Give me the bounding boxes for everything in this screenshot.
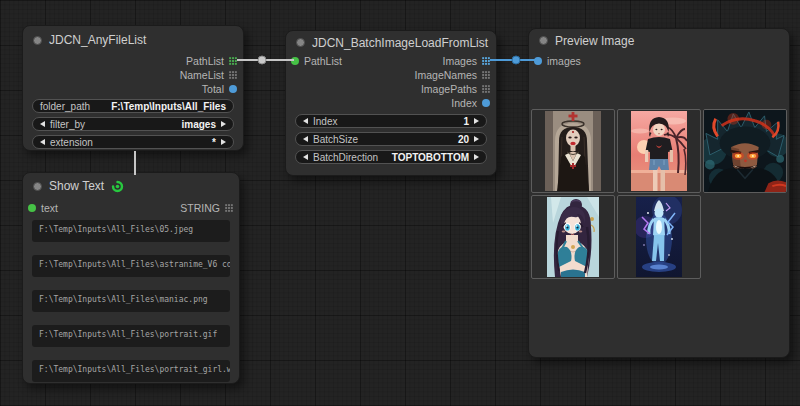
node-show-text[interactable]: Show Text text STRING F:\Temp\Inputs\All…	[22, 172, 240, 384]
preview-image-sunset-girl	[631, 111, 687, 191]
filter-by-combo[interactable]: filter_by images	[32, 117, 234, 131]
pathlist-input-port[interactable]	[291, 57, 299, 65]
output-label-pathlist: PathList	[186, 55, 224, 67]
node-title: Show Text	[49, 179, 104, 193]
input-label-images: images	[547, 55, 581, 67]
combo-left-arrow-icon[interactable]	[303, 118, 308, 124]
preview-image-gothic-portrait	[545, 111, 601, 191]
image-output-port-icon[interactable]	[482, 57, 490, 65]
node-header[interactable]: Preview Image	[529, 29, 789, 52]
node-any-file-list[interactable]: JDCN_AnyFileList PathList NameList Total…	[22, 25, 244, 151]
images-input-port[interactable]	[534, 57, 542, 65]
folder-path-widget[interactable]: folder_path F:\Temp\Inputs\All_Files	[32, 99, 234, 113]
widget-value: 20	[458, 134, 469, 145]
text-input-port[interactable]	[28, 204, 36, 212]
combo-left-arrow-icon[interactable]	[40, 121, 45, 127]
text-output-row[interactable]: F:\Temp\Inputs\All_Files\05.jpeg	[32, 220, 230, 242]
list-output-port-icon[interactable]	[229, 71, 237, 79]
collapse-dot-icon[interactable]	[539, 36, 548, 45]
string-output-port-icon[interactable]	[225, 204, 233, 212]
text-output-row[interactable]: F:\Temp\Inputs\All_Files\maniac.png	[32, 290, 230, 312]
text-output-row[interactable]: F:\Temp\Inputs\All_Files\astranime_V6 co…	[32, 255, 230, 277]
output-label-string: STRING	[180, 202, 220, 214]
node-editor-canvas[interactable]: JDCN_AnyFileList PathList NameList Total…	[0, 0, 800, 406]
preview-image-grid	[531, 109, 787, 279]
preview-image-electric-figure	[636, 197, 682, 277]
widget-label: filter_by	[50, 119, 85, 130]
batchdirection-combo[interactable]: BatchDirection TOPTOBOTTOM	[295, 150, 487, 164]
combo-right-arrow-icon[interactable]	[221, 121, 226, 127]
batchsize-combo[interactable]: BatchSize 20	[295, 132, 487, 146]
preview-cell	[703, 109, 787, 193]
input-label-text: text	[41, 202, 58, 214]
widget-label: extension	[50, 137, 93, 148]
list-output-port-icon[interactable]	[229, 57, 237, 65]
pysssss-badge-icon	[111, 180, 124, 193]
output-label-imagenames: ImageNames	[415, 69, 477, 81]
preview-cell	[617, 109, 701, 193]
extension-combo[interactable]: extension *	[32, 135, 234, 149]
output-label-images: Images	[443, 55, 477, 67]
widget-label: folder_path	[40, 101, 90, 112]
output-label-namelist: NameList	[180, 69, 224, 81]
widget-value: TOPTOBOTTOM	[392, 152, 469, 163]
list-output-port-icon[interactable]	[482, 85, 490, 93]
preview-image-demon	[704, 110, 786, 192]
output-label-index: Index	[451, 97, 477, 109]
combo-right-arrow-icon[interactable]	[474, 136, 479, 142]
widget-value: images	[182, 119, 216, 130]
output-label-total: Total	[202, 83, 224, 95]
combo-right-arrow-icon[interactable]	[474, 154, 479, 160]
node-title: Preview Image	[555, 34, 634, 48]
widget-value: F:\Temp\Inputs\All_Files	[111, 101, 226, 112]
preview-cell	[531, 109, 615, 193]
text-output-row[interactable]: F:\Temp\Inputs\All_Files\portrait_girl.w…	[32, 360, 230, 382]
preview-cell	[531, 195, 615, 279]
combo-left-arrow-icon[interactable]	[40, 139, 45, 145]
widget-label: Index	[313, 116, 337, 127]
preview-image-portrait-girl	[547, 197, 599, 277]
collapse-dot-icon[interactable]	[296, 38, 305, 47]
text-output-row[interactable]: F:\Temp\Inputs\All_Files\portrait.gif	[32, 325, 230, 347]
collapse-dot-icon[interactable]	[33, 36, 42, 45]
node-title: JDCN_AnyFileList	[49, 33, 146, 47]
combo-right-arrow-icon[interactable]	[474, 118, 479, 124]
output-label-imagepaths: ImagePaths	[421, 83, 477, 95]
index-combo[interactable]: Index 1	[295, 114, 487, 128]
widget-value: 1	[463, 116, 469, 127]
collapse-dot-icon[interactable]	[33, 182, 42, 191]
int-output-port[interactable]	[229, 85, 237, 93]
combo-left-arrow-icon[interactable]	[303, 136, 308, 142]
list-output-port-icon[interactable]	[482, 71, 490, 79]
input-label-pathlist: PathList	[304, 55, 342, 67]
combo-right-arrow-icon[interactable]	[221, 139, 226, 145]
int-output-port[interactable]	[482, 99, 490, 107]
node-header[interactable]: Show Text	[23, 173, 239, 199]
node-preview-image[interactable]: Preview Image images	[528, 28, 790, 358]
node-title: JDCN_BatchImageLoadFromList	[312, 36, 488, 50]
widget-label: BatchSize	[313, 134, 358, 145]
node-header[interactable]: JDCN_AnyFileList	[23, 26, 243, 54]
preview-cell	[617, 195, 701, 279]
widget-value: *	[212, 137, 216, 148]
node-batch-image-load[interactable]: JDCN_BatchImageLoadFromList PathList Ima…	[285, 30, 497, 176]
widget-label: BatchDirection	[313, 152, 378, 163]
combo-left-arrow-icon[interactable]	[303, 154, 308, 160]
node-header[interactable]: JDCN_BatchImageLoadFromList	[286, 31, 496, 54]
